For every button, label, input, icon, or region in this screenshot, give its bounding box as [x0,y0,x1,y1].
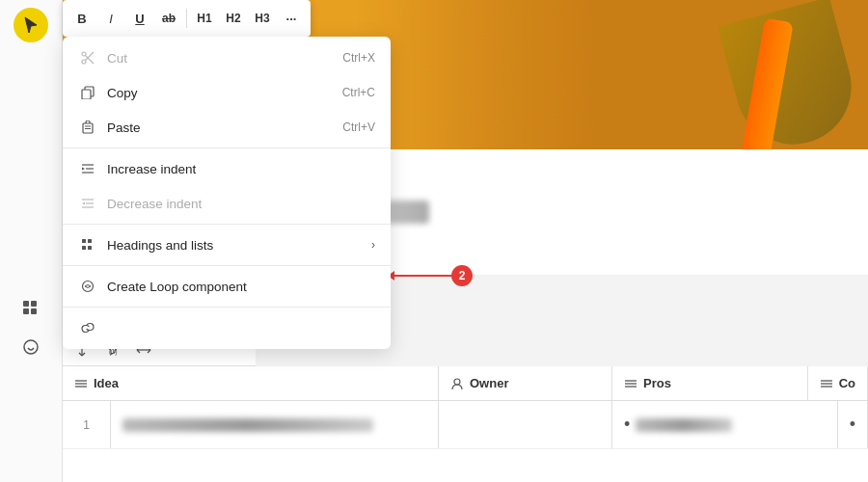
table-row: 1 • • [63,401,868,449]
decrease-indent-label: Decrease indent [107,197,202,211]
owner-col-icon [450,377,464,390]
loop-icon [78,277,97,296]
svg-point-39 [454,379,460,385]
row-number: 1 [63,401,111,448]
co-cell: • [838,401,868,448]
separator-2 [63,224,391,225]
indent-decrease-icon [78,194,97,213]
format-toolbar: B I U ab H1 H2 H3 ··· [63,0,311,37]
menu-item-create-loop[interactable]: Create Loop component [63,269,391,304]
pros-col-label: Pros [643,376,671,390]
context-menu: Cut Ctrl+X Copy Ctrl+C Paste Ctrl+V [63,37,391,349]
header-image [328,0,868,149]
link-icon [78,318,97,337]
table-header-idea: Idea [63,366,439,400]
annotation-2-group: 2 [393,265,473,286]
pros-col-icon [624,377,637,390]
sidebar-grid-icon[interactable] [14,291,48,326]
svg-rect-10 [82,90,91,99]
idea-col-icon [74,377,88,390]
headings-lists-icon [78,235,97,254]
menu-item-cut[interactable]: Cut Ctrl+X [63,40,391,75]
indent-increase-icon [78,159,97,178]
svg-point-4 [24,340,38,354]
increase-indent-label: Increase indent [107,162,196,176]
idea-col-label: Idea [94,376,119,390]
italic-button[interactable]: I [97,5,124,32]
pros-cell-content [636,418,732,432]
create-loop-label: Create Loop component [107,280,247,294]
headings-lists-label: Headings and lists [107,238,213,253]
svg-rect-21 [88,239,92,243]
svg-point-5 [82,52,86,56]
svg-point-6 [82,60,86,64]
idea-cell [111,401,439,448]
table-header-co: Co [808,366,868,400]
cut-label: Cut [107,51,127,66]
svg-rect-1 [31,301,37,307]
pros-cell: • [612,401,838,448]
paste-shortcut: Ctrl+V [342,120,375,134]
menu-item-headings-lists[interactable]: Headings and lists › [63,228,391,262]
h2-button[interactable]: H2 [220,5,247,32]
sidebar [0,0,63,482]
cut-shortcut: Ctrl+X [342,51,375,65]
table-header-pros: Pros [612,366,808,400]
owner-col-label: Owner [470,376,508,390]
menu-item-increase-indent[interactable]: Increase indent [63,151,391,186]
cursor-icon [14,8,48,42]
table-header-owner: Owner [439,366,612,400]
co-col-icon [820,377,833,390]
idea-cell-content [122,418,373,432]
headings-lists-arrow: › [371,238,375,252]
svg-point-24 [83,281,94,292]
copy-label: Copy [107,86,138,100]
scissors-icon [78,48,97,67]
svg-rect-23 [88,246,92,250]
svg-rect-2 [23,308,29,314]
menu-item-decrease-indent[interactable]: Decrease indent [63,186,391,221]
annotation-arrow-2 [393,275,451,277]
svg-rect-22 [82,246,86,250]
menu-item-copy[interactable]: Copy Ctrl+C [63,75,391,110]
copy-shortcut: Ctrl+C [342,86,375,99]
separator-1 [63,147,391,148]
table-header: Idea Owner Pros Co [63,366,868,401]
more-options-button[interactable]: ··· [278,5,305,32]
menu-item-link[interactable] [63,310,391,345]
annotation-circle-2: 2 [451,265,473,286]
menu-item-paste[interactable]: Paste Ctrl+V [63,110,391,145]
svg-rect-20 [82,239,86,243]
paste-label: Paste [107,120,141,135]
svg-rect-0 [23,301,29,307]
strikethrough-button[interactable]: ab [155,5,182,32]
toolbar-divider-1 [186,9,187,28]
co-col-label: Co [839,376,855,390]
h1-button[interactable]: H1 [191,5,218,32]
underline-button[interactable]: U [126,5,153,32]
copy-icon [78,83,97,102]
h3-button[interactable]: H3 [249,5,276,32]
clipboard-icon [78,118,97,137]
separator-4 [63,307,391,308]
table-area: Idea Owner Pros Co 1 [63,366,868,482]
bold-button[interactable]: B [68,5,95,32]
sidebar-chat-icon[interactable] [14,330,48,364]
svg-rect-3 [31,308,37,314]
separator-3 [63,265,391,266]
owner-cell [439,401,612,448]
